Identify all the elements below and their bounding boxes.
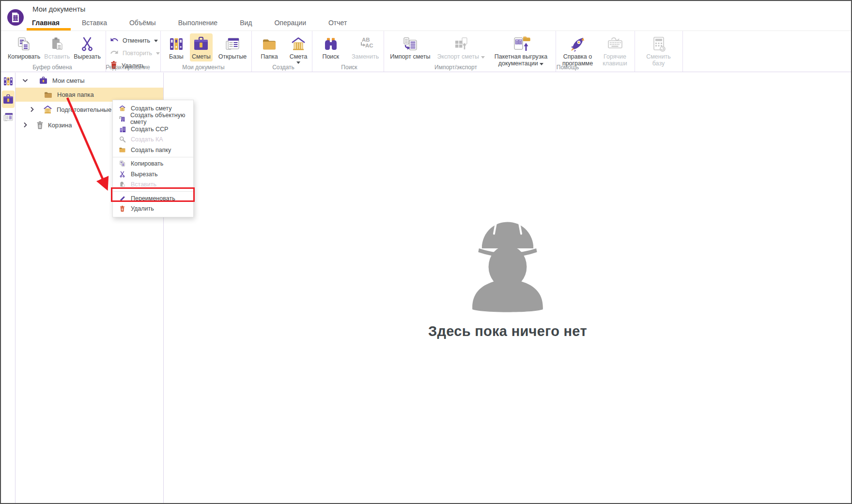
chevron-right-icon[interactable] xyxy=(29,107,35,112)
estimate-house-icon xyxy=(119,105,126,112)
ribbon-tabs: Главная Вставка Объёмы Выполнение Вид Оп… xyxy=(32,16,369,29)
estimates-button[interactable]: Сметы xyxy=(190,33,213,61)
undo-button[interactable]: Отменить xyxy=(109,35,157,46)
copy-button[interactable]: Копировать xyxy=(6,33,42,61)
create-folder-label: Папка xyxy=(261,53,278,60)
create-folder-button[interactable]: Папка xyxy=(259,33,279,61)
replace-button[interactable]: AB AC Заменить xyxy=(350,33,381,61)
group-label-help: Помощь xyxy=(529,64,606,71)
open-documents-label: Открытые xyxy=(218,53,247,60)
group-label-my-documents: Мои документы xyxy=(156,64,251,71)
tab-vid[interactable]: Вид xyxy=(240,19,252,27)
tree-item-my-estimates[interactable]: Мои сметы xyxy=(15,74,163,88)
menu-item-label: Создать ССР xyxy=(131,126,168,133)
menu-item-label: Создать папку xyxy=(131,147,171,153)
rail-estimates-button[interactable] xyxy=(2,91,15,108)
redo-icon xyxy=(110,48,119,58)
folder-icon xyxy=(44,91,53,99)
folder-icon xyxy=(119,147,126,153)
menu-create-object-estimate[interactable]: Создать объектную смету xyxy=(113,114,193,124)
ssr-building-icon xyxy=(119,126,126,133)
folder-icon xyxy=(262,35,277,53)
menu-create-ka[interactable]: Создать КА xyxy=(113,135,193,145)
bases-button[interactable]: Базы xyxy=(167,33,186,61)
tree-item-label: Мои сметы xyxy=(52,77,85,84)
export-dropdown-caret xyxy=(481,56,485,59)
menu-item-label: Создать объектную смету xyxy=(130,112,189,125)
import-estimate-label: Импорт сметы xyxy=(390,53,430,60)
chevron-right-icon[interactable] xyxy=(22,122,28,127)
menu-delete[interactable]: Удалить xyxy=(113,204,193,214)
menu-item-label: Создать смету xyxy=(131,105,171,112)
estimate-house-icon xyxy=(290,35,307,53)
replace-icon: AB AC xyxy=(357,35,373,53)
paste-button[interactable]: Вставить xyxy=(42,33,72,61)
main-content: Здесь пока ничего нет xyxy=(164,73,851,503)
import-icon xyxy=(402,35,418,53)
menu-item-label: Вставить xyxy=(131,181,156,188)
batch-export-icon xyxy=(511,35,531,53)
batch-export-button[interactable]: Пакетная выгрузка документации xyxy=(490,33,553,68)
export-icon xyxy=(453,35,469,53)
svg-text:AC: AC xyxy=(365,43,373,48)
group-change-base: Сменить базу xyxy=(635,31,683,72)
worker-icon xyxy=(464,218,552,313)
menu-paste[interactable]: Вставить xyxy=(113,180,193,190)
hotkeys-button[interactable]: Горячие клавиши xyxy=(599,33,632,68)
menu-copy[interactable]: Копировать xyxy=(113,159,193,169)
menu-cut[interactable]: Вырезать xyxy=(113,169,193,180)
empty-state-message: Здесь пока ничего нет xyxy=(428,323,587,339)
rail-bases-button[interactable] xyxy=(2,75,15,88)
paste-icon xyxy=(49,35,65,53)
cut-button[interactable]: Вырезать xyxy=(72,33,103,61)
tab-otchet[interactable]: Отчет xyxy=(328,19,347,27)
bases-icon xyxy=(3,76,14,87)
app-window: Мои документы Главная Вставка Объёмы Вып… xyxy=(0,0,852,504)
tab-vstavka[interactable]: Вставка xyxy=(82,19,107,27)
magnifier-icon xyxy=(119,136,126,143)
bases-icon xyxy=(169,35,184,53)
undo-dropdown-caret[interactable] xyxy=(154,40,158,42)
open-documents-icon xyxy=(3,112,14,122)
menu-create-folder[interactable]: Создать папку xyxy=(113,145,193,155)
menu-item-label: Копировать xyxy=(131,160,163,167)
redo-button[interactable]: Повторить xyxy=(109,48,157,59)
trash-icon xyxy=(119,205,126,212)
copy-icon xyxy=(16,35,32,53)
export-estimate-button[interactable]: Экспорт сметы xyxy=(435,33,487,61)
scissors-icon xyxy=(80,35,94,53)
tab-obyomy[interactable]: Объёмы xyxy=(129,19,156,27)
create-estimate-button[interactable]: Смета xyxy=(288,33,310,65)
change-base-button[interactable]: Сменить базу xyxy=(643,33,675,68)
app-logo-icon[interactable] xyxy=(7,9,24,26)
menu-rename[interactable]: Переименовать xyxy=(113,193,193,204)
create-estimate-label: Смета xyxy=(290,53,308,60)
paste-icon xyxy=(119,181,126,188)
copy-icon xyxy=(119,160,126,167)
left-rail xyxy=(1,73,15,503)
search-button[interactable]: Поиск xyxy=(320,33,341,61)
estimates-briefcase-icon xyxy=(2,94,14,105)
about-button[interactable]: Справка о программе xyxy=(560,33,596,68)
page-title: Мои документы xyxy=(32,5,85,13)
tree-item-label: Корзина xyxy=(48,122,72,129)
keyboard-icon xyxy=(607,35,623,53)
binoculars-icon xyxy=(323,35,339,53)
tab-glavnaya[interactable]: Главная xyxy=(32,19,60,27)
replace-label: Заменить xyxy=(352,53,379,60)
open-documents-button[interactable]: Открытые xyxy=(217,33,249,61)
group-label-search: Поиск xyxy=(316,64,383,71)
tab-vypolnenie[interactable]: Выполнение xyxy=(178,19,217,27)
redo-dropdown-caret xyxy=(156,52,160,55)
chevron-down-icon[interactable] xyxy=(22,79,28,82)
estimates-label: Сметы xyxy=(192,53,211,60)
tab-operacii[interactable]: Операции xyxy=(274,19,306,27)
open-documents-icon xyxy=(225,35,240,53)
ribbon: Копировать Вставить xyxy=(1,31,851,72)
change-base-label: Сменить базу xyxy=(645,53,673,67)
rail-open-documents-button[interactable] xyxy=(2,110,15,124)
import-estimate-button[interactable]: Импорт сметы xyxy=(388,33,432,61)
menu-item-label: Вырезать xyxy=(131,171,158,178)
undo-label: Отменить xyxy=(123,37,150,44)
estimate-house-icon xyxy=(43,105,53,114)
